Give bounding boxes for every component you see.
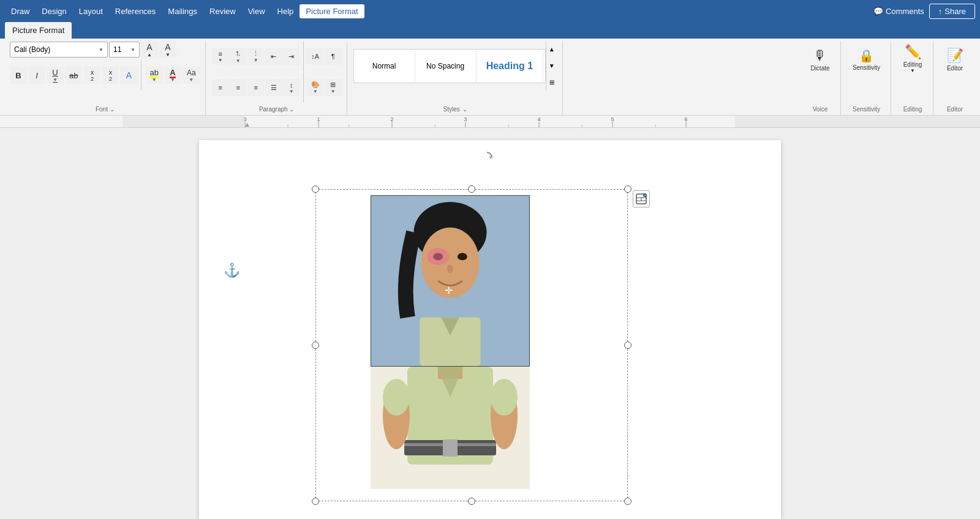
- menu-view[interactable]: View: [242, 4, 271, 18]
- menu-bar: Draw Design Layout References Mailings R…: [0, 0, 980, 22]
- style-heading1-label: Heading 1: [486, 61, 533, 72]
- editor-label: Editor: [947, 65, 963, 72]
- style-normal[interactable]: Normal: [354, 50, 415, 83]
- handle-mid-left[interactable]: [312, 342, 319, 349]
- styles-expand-btn[interactable]: ⊞: [546, 74, 557, 91]
- editing-group: ✏️ Editing ▼ Editing: [892, 41, 933, 115]
- font-family-value: Cali (Body): [14, 45, 50, 54]
- image-container: ↗: [236, 183, 744, 513]
- line-spacing-button[interactable]: ↕ ▼: [283, 79, 300, 96]
- sort-button[interactable]: ↕A: [307, 48, 324, 65]
- right-groups: 🎙 Dictate Voice 🔒 Sensitivity Sensitivit…: [800, 41, 975, 115]
- numbering-button[interactable]: ⒈ ▼: [230, 48, 247, 65]
- menu-help[interactable]: Help: [271, 4, 300, 18]
- change-case-button[interactable]: Aa▼: [183, 67, 200, 84]
- style-normal-label: Normal: [372, 62, 396, 70]
- editor-group: 📝 Editor Editor: [935, 41, 975, 115]
- styles-expand[interactable]: ⌄: [462, 106, 467, 113]
- style-no-spacing[interactable]: No Spacing: [415, 50, 477, 83]
- menu-draw[interactable]: Draw: [5, 4, 36, 18]
- styles-scroll-down[interactable]: ▼: [546, 58, 557, 74]
- crop-image-bg: ✛: [371, 196, 529, 366]
- superscript-button[interactable]: x2: [102, 67, 119, 84]
- align-left-button[interactable]: ≡: [212, 79, 229, 96]
- styles-group: Normal No Spacing Heading 1 ▲ ▼ ⊞ Styles…: [349, 41, 563, 115]
- dictate-button[interactable]: 🎙 Dictate: [805, 41, 835, 78]
- handle-bottom-right[interactable]: [624, 498, 631, 505]
- italic-button[interactable]: I: [28, 67, 45, 84]
- font-group: Cali (Body) ▼ 11 ▼ A▲ A▼ B I U▼ ab x2 x2…: [5, 41, 206, 115]
- style-heading1[interactable]: Heading 1: [477, 50, 543, 83]
- svg-text:3: 3: [464, 116, 467, 122]
- show-formatting-button[interactable]: ¶: [325, 48, 342, 65]
- menu-layout[interactable]: Layout: [73, 4, 109, 18]
- justify-button[interactable]: ☰: [265, 79, 282, 96]
- ruler: 0 1 2 3 4 5 6: [0, 116, 980, 128]
- decrease-indent-button[interactable]: ⇤: [265, 48, 282, 65]
- underline-button[interactable]: U▼: [47, 67, 64, 84]
- rotation-handle[interactable]: [481, 151, 493, 166]
- comments-button[interactable]: 💬 Comments: [873, 7, 924, 16]
- font-top-row: Cali (Body) ▼ 11 ▼ A▲ A▼: [10, 41, 176, 58]
- paragraph-expand[interactable]: ⌄: [289, 106, 294, 113]
- font-size-chevron: ▼: [130, 47, 135, 53]
- share-icon: ↑: [938, 7, 943, 16]
- layout-options-button[interactable]: ↗: [633, 190, 650, 207]
- align-center-button[interactable]: ≡: [230, 79, 247, 96]
- crop-frame[interactable]: ✛: [371, 195, 530, 367]
- person-head-svg: [371, 196, 529, 366]
- decrease-font-size-button[interactable]: A▼: [159, 41, 176, 58]
- multilevel-list-button[interactable]: ⋮ ▼: [247, 48, 265, 65]
- svg-text:6: 6: [684, 116, 687, 122]
- handle-top-center[interactable]: [468, 185, 475, 193]
- svg-rect-40: [443, 439, 458, 457]
- menu-references[interactable]: References: [109, 4, 162, 18]
- dictate-label: Dictate: [810, 65, 829, 72]
- svg-text:1: 1: [317, 116, 320, 122]
- share-button[interactable]: ↑ Share: [929, 4, 975, 19]
- svg-rect-22: [735, 116, 980, 128]
- editor-icon: 📝: [947, 48, 963, 64]
- handle-top-right[interactable]: [624, 185, 631, 193]
- menu-review[interactable]: Review: [203, 4, 242, 18]
- align-right-button[interactable]: ≡: [247, 79, 265, 96]
- sensitivity-button[interactable]: 🔒 Sensitivity: [847, 41, 886, 78]
- font-group-expand[interactable]: ⌄: [110, 106, 115, 113]
- handle-bottom-left[interactable]: [312, 498, 319, 505]
- editing-button[interactable]: ✏️ Editing ▼: [897, 41, 928, 77]
- editing-group-label: Editing: [892, 106, 933, 113]
- subscript-button[interactable]: x2: [83, 67, 100, 84]
- shading-button[interactable]: 🎨 ▼: [307, 79, 324, 96]
- menu-design[interactable]: Design: [36, 4, 72, 18]
- bullets-button[interactable]: ≡ ▼: [212, 48, 229, 65]
- tab-picture-format[interactable]: Picture Format: [5, 22, 72, 39]
- handle-top-left[interactable]: [312, 185, 319, 193]
- voice-group-label: Voice: [800, 106, 840, 113]
- ribbon-content: Cali (Body) ▼ 11 ▼ A▲ A▼ B I U▼ ab x2 x2…: [0, 39, 980, 116]
- bold-button[interactable]: B: [10, 67, 27, 84]
- svg-point-34: [447, 264, 453, 273]
- font-size-selector[interactable]: 11 ▼: [109, 42, 140, 58]
- font-family-selector[interactable]: Cali (Body) ▼: [10, 42, 108, 58]
- styles-scroll-up[interactable]: ▲: [546, 41, 557, 58]
- menu-picture-format[interactable]: Picture Format: [300, 4, 364, 18]
- ribbon-tabs: Picture Format: [0, 22, 980, 39]
- font-group-label: Font ⌄: [5, 106, 205, 113]
- styles-scroll: ▲ ▼ ⊞: [546, 41, 557, 91]
- handle-bottom-center[interactable]: [468, 498, 475, 505]
- text-effects-button[interactable]: A: [120, 67, 137, 84]
- handle-mid-right[interactable]: [624, 342, 631, 349]
- menu-mailings[interactable]: Mailings: [162, 4, 203, 18]
- ruler-svg: 0 1 2 3 4 5 6: [123, 116, 980, 128]
- editor-button[interactable]: 📝 Editor: [940, 41, 970, 78]
- borders-button[interactable]: ⊞ ▼: [325, 79, 342, 96]
- highlight-color-button[interactable]: ab ▼: [145, 67, 162, 84]
- editing-chevron: ▼: [910, 68, 915, 73]
- font-color-button[interactable]: A ▼: [164, 67, 181, 84]
- increase-font-size-button[interactable]: A▲: [141, 41, 158, 58]
- sensitivity-group-label: Sensitivity: [842, 106, 891, 113]
- sensitivity-icon: 🔒: [859, 48, 874, 63]
- font-bottom-row: B I U▼ ab x2 x2 A ab ▼ A ▼ Aa▼: [10, 60, 200, 91]
- strikethrough-button[interactable]: ab: [65, 67, 82, 84]
- increase-indent-button[interactable]: ⇥: [283, 48, 300, 65]
